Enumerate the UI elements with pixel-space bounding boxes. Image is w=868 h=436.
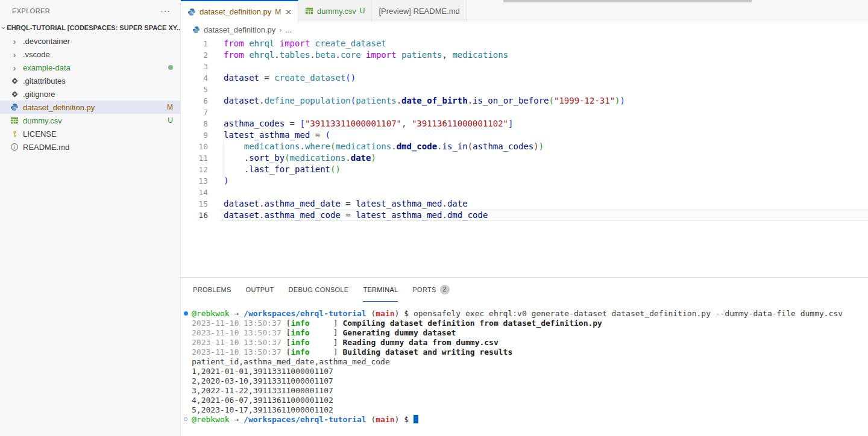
breadcrumb[interactable]: dataset_definition.py › ... — [181, 22, 868, 37]
code-line-14[interactable]: 14 — [181, 187, 868, 198]
panel-tab-debug-console[interactable]: DEBUG CONSOLE — [289, 278, 349, 302]
code-line-15[interactable]: 15dataset.asthma_med_date = latest_asthm… — [181, 198, 868, 210]
folder-item-.vscode[interactable]: ›.vscode — [0, 48, 180, 61]
file-label: .gitattributes — [23, 76, 173, 86]
panel-tab-label: PORTS — [412, 286, 436, 293]
code-line-8[interactable]: 8asthma_codes = ["39113311000001107", "3… — [181, 118, 868, 129]
code-line-6[interactable]: 6dataset.define_population(patients.date… — [181, 95, 868, 107]
tabs: dataset_definition.pyM×dummy.csvU[Previe… — [181, 0, 467, 22]
chevron-down-icon: › — [0, 26, 8, 29]
terminal-line-6: patient_id,asthma_med_date,asthma_med_co… — [192, 357, 868, 367]
panel-tab-label: OUTPUT — [246, 286, 274, 293]
terminal[interactable]: @rebkwok → /workspaces/ehrql-tutorial (m… — [181, 302, 868, 436]
table-icon — [10, 116, 19, 125]
terminal-line-8: 2,2020-03-10,39113311000001107 — [192, 376, 868, 386]
code-line-1[interactable]: 1from ehrql import create_dataset — [181, 38, 868, 49]
panel-tab-terminal[interactable]: TERMINAL — [363, 278, 398, 302]
terminal-line-2: 2023-11-10 13:50:37 [info ] Compiling da… — [192, 319, 868, 328]
folder-item-example-data[interactable]: ›example-data — [0, 61, 180, 74]
code-line-9[interactable]: 9latest_asthma_med = ( — [181, 129, 868, 141]
breadcrumb-file[interactable]: dataset_definition.py — [204, 25, 275, 34]
python-icon — [10, 103, 19, 111]
terminal-line-10: 4,2021-06-07,39113611000001102 — [192, 396, 868, 405]
key-icon — [11, 130, 19, 138]
panel-tab-label: DEBUG CONSOLE — [289, 286, 349, 293]
code-line-11[interactable]: 11 .sort_by(medications.date) — [181, 152, 868, 164]
code-line-12[interactable]: 12 .last_for_patient() — [181, 164, 868, 175]
command-decoration-icon[interactable] — [184, 417, 187, 421]
explorer-header: EXPLORER ··· — [0, 0, 180, 21]
file-label: .devcontainer — [23, 37, 173, 46]
breadcrumb-separator: › — [279, 26, 281, 34]
table-icon — [305, 7, 313, 15]
vscode-window: EXPLORER ··· › EHRQL-TUTORIAL [CODESPACE… — [0, 0, 868, 436]
git-icon — [11, 77, 19, 85]
info-icon: i — [11, 143, 18, 151]
git-status-badge: U — [168, 116, 173, 125]
folder-item-.devcontainer[interactable]: ›.devcontainer — [0, 34, 180, 48]
ports-badge: 2 — [440, 285, 450, 294]
modified-indicator: M — [275, 8, 281, 16]
code-line-10[interactable]: 10 medications.where(medications.dmd_cod… — [181, 141, 868, 152]
code-line-2[interactable]: 2from ehrql.tables.beta.core import pati… — [181, 49, 868, 61]
tab-[Preview] README.md[interactable]: [Preview] README.md — [372, 0, 467, 22]
line-number: 1 — [181, 38, 208, 49]
file-label: README.md — [23, 143, 173, 152]
terminal-cursor — [414, 415, 418, 423]
code-area[interactable]: 1from ehrql import create_dataset2from e… — [181, 37, 868, 277]
tab-label: dummy.csv — [317, 7, 356, 16]
tab-bar: dataset_definition.pyM×dummy.csvU[Previe… — [181, 0, 868, 22]
modified-indicator: U — [360, 7, 365, 15]
code-line-13[interactable]: 13) — [181, 175, 868, 187]
file-label: dummy.csv — [23, 116, 163, 125]
terminal-line-9: 3,2022-11-22,39113311000001107 — [192, 386, 868, 396]
line-number: 10 — [181, 141, 208, 152]
tab-dummy.csv[interactable]: dummy.csvU — [298, 0, 372, 22]
command-decoration-icon[interactable] — [184, 311, 188, 316]
file-item-.gitattributes[interactable]: .gitattributes — [0, 74, 180, 87]
file-item-dataset_definition.py[interactable]: dataset_definition.pyM — [0, 101, 180, 114]
editor-group: dataset_definition.pyM×dummy.csvU[Previe… — [181, 0, 868, 436]
code-line-16[interactable]: 16dataset.asthma_med_code = latest_asthm… — [181, 210, 868, 221]
line-number: 9 — [181, 129, 208, 141]
explorer-sidebar: EXPLORER ··· › EHRQL-TUTORIAL [CODESPACE… — [0, 0, 181, 436]
indent-guide — [224, 152, 224, 164]
file-list: ›.devcontainer›.vscode›example-data.gita… — [0, 34, 180, 154]
code-line-7[interactable]: 7 — [181, 107, 868, 118]
project-root-item[interactable]: › EHRQL-TUTORIAL [CODESPACES: SUPER SPAC… — [0, 21, 180, 34]
file-label: LICENSE — [23, 129, 173, 139]
breadcrumb-more[interactable]: ... — [285, 25, 292, 34]
git-icon — [11, 90, 19, 98]
line-number: 3 — [181, 61, 208, 72]
terminal-line-4: 2023-11-10 13:50:37 [info ] Reading dumm… — [192, 338, 868, 347]
code-line-3[interactable]: 3 — [181, 61, 868, 72]
panel-tab-problems[interactable]: PROBLEMS — [193, 278, 231, 302]
terminal-line-12: @rebkwok → /workspaces/ehrql-tutorial (m… — [192, 415, 868, 425]
line-number: 4 — [181, 72, 208, 84]
panel-tab-ports[interactable]: PORTS2 — [412, 278, 449, 302]
line-number: 14 — [181, 187, 208, 198]
project-root-label: EHRQL-TUTORIAL [CODESPACES: SUPER SPACE … — [7, 24, 180, 31]
terminal-line-7: 1,2021-01-01,39113311000001107 — [192, 367, 868, 376]
line-number: 16 — [181, 210, 208, 221]
file-item-dummy.csv[interactable]: dummy.csvU — [0, 114, 180, 127]
code-line-4[interactable]: 4dataset = create_dataset() — [181, 72, 868, 84]
code-line-5[interactable]: 5 — [181, 84, 868, 95]
panel-tab-output[interactable]: OUTPUT — [246, 278, 274, 302]
file-label: .gitignore — [23, 90, 173, 99]
file-item-README.md[interactable]: iREADME.md — [0, 140, 180, 154]
terminal-line-5: 2023-11-10 13:50:37 [info ] Building dat… — [192, 347, 868, 357]
line-number: 2 — [181, 49, 208, 61]
line-number: 13 — [181, 175, 208, 187]
file-item-LICENSE[interactable]: LICENSE — [0, 127, 180, 140]
line-number: 7 — [181, 107, 208, 118]
tab-scrollbar[interactable] — [503, 0, 752, 2]
changes-dot-badge — [168, 65, 173, 70]
line-number: 15 — [181, 198, 208, 210]
more-actions-icon[interactable]: ··· — [160, 6, 171, 16]
python-icon — [187, 8, 196, 16]
file-item-.gitignore[interactable]: .gitignore — [0, 87, 180, 101]
tab-label: dataset_definition.py — [200, 7, 271, 16]
close-icon[interactable]: × — [286, 7, 291, 17]
tab-dataset_definition.py[interactable]: dataset_definition.pyM× — [181, 0, 298, 22]
